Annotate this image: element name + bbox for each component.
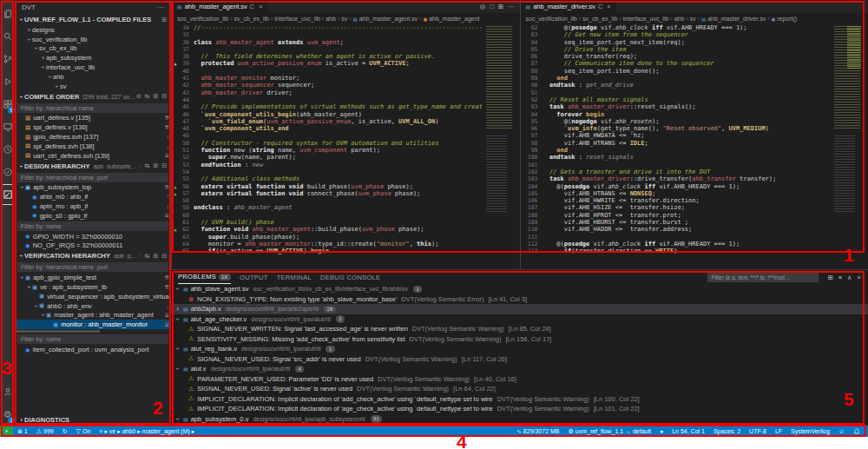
settings-icon[interactable]: ⚙1 bbox=[0, 403, 15, 426]
reorder-icon[interactable]: ↓ bbox=[167, 143, 169, 149]
code-line[interactable]: 49 bbox=[172, 132, 482, 139]
section-actions[interactable]: ◌ ⇆ ⊞ ⊟ bbox=[137, 162, 168, 169]
code-line[interactable]: 46 `uvm_component_utils_begin(ahb_master… bbox=[172, 111, 482, 118]
reorder-icon[interactable]: ↓ bbox=[167, 303, 169, 309]
reorder-icon[interactable]: ⇊ bbox=[165, 212, 169, 219]
code-line[interactable]: 90 endtask : get_and_drive bbox=[521, 82, 831, 89]
list-item[interactable]: ◉GPIO_WIDTH = 32'h00000010 bbox=[15, 232, 171, 241]
run-trace-icon[interactable] bbox=[0, 138, 15, 161]
tree-item[interactable]: ◉apbi_mo : apb_if↓ bbox=[15, 201, 171, 211]
list-item[interactable]: ◉NO_OF_IRQS = 32'h00000011 bbox=[15, 241, 171, 251]
code-line[interactable]: ▲62 function void ahb_master_agent::buil… bbox=[172, 226, 482, 233]
compile-order-item[interactable]: ▤spi_defines.svh [138]↓ bbox=[15, 142, 171, 151]
list-item[interactable]: ◉item_collected_port : uvm_analysis_port bbox=[15, 345, 171, 354]
tree-item[interactable]: ›interface_uvc_lib bbox=[15, 63, 171, 72]
reorder-icon[interactable]: ↑ bbox=[167, 194, 169, 200]
tree-item[interactable]: ›▣apb_gpio_simple_test⇈ bbox=[15, 273, 171, 282]
panel-action-icon[interactable]: ∧ bbox=[847, 274, 852, 281]
smiley-status-item[interactable]: ☺ bbox=[834, 426, 849, 437]
reorder-icon[interactable]: ↓ bbox=[167, 203, 169, 209]
breadcrumb-item[interactable]: soc_verification_lib bbox=[526, 16, 577, 22]
code-line[interactable]: 112 @(posedge vif.ahb_clock iff vif.AHB_… bbox=[521, 241, 831, 248]
filter-input[interactable]: Filter by: hierarchical name .port bbox=[17, 262, 168, 272]
editor-actions[interactable]: ◎□⊞⋯ bbox=[480, 0, 520, 13]
code-line[interactable]: 50 // Constructor - required syntax for … bbox=[172, 140, 482, 147]
tree-item[interactable]: ›sv_cb_ex_lib bbox=[15, 44, 171, 54]
breadcrumb-item[interactable]: ◉ ahb_master_agent bbox=[423, 16, 479, 22]
breadcrumb-item[interactable]: sv bbox=[341, 16, 347, 22]
section-header-design-hierarchy[interactable]: ›DESIGN HIERARCHYapb_subsystem_t…◌ ⇆ ⊞ ⊟ bbox=[15, 161, 171, 172]
code-line[interactable]: 47 `uvm_field_enum(uvm_active_passive_en… bbox=[172, 118, 482, 125]
bell-status-item[interactable] bbox=[849, 426, 865, 437]
code-line[interactable]: 35 bbox=[172, 31, 482, 38]
reorder-icon[interactable]: ⇈ bbox=[165, 124, 169, 131]
code-line[interactable]: 87 // Communicate item done to the seque… bbox=[521, 60, 831, 67]
breadcrumb-item[interactable]: ▤ ahb_master_driver.sv bbox=[701, 16, 766, 22]
reorder-icon[interactable]: ⇊ bbox=[165, 312, 169, 319]
problem-file-row[interactable]: ›▤alut.vdesigns/socv/rtl/rtl_lpw/alut/rt… bbox=[171, 364, 868, 374]
panel-tab-output[interactable]: OUTPUT bbox=[240, 270, 268, 284]
code-line[interactable]: 51 function new (string name, uvm_compon… bbox=[172, 147, 482, 154]
funnel-status-item[interactable]: ▽On bbox=[72, 426, 95, 437]
reorder-icon[interactable]: ⇈ bbox=[165, 274, 169, 281]
code-line[interactable]: 41 ahb_master_monitor monitor; bbox=[172, 75, 482, 82]
graph-status-item[interactable]: ∿829/3072 MB bbox=[512, 426, 564, 437]
panel-tab-terminal[interactable]: TERMINAL bbox=[277, 270, 312, 284]
refresh-status-item[interactable]: ↻ bbox=[58, 426, 72, 437]
editor-actions[interactable] bbox=[863, 0, 868, 13]
code-area[interactable]: 34//------------------------------------… bbox=[172, 24, 520, 269]
breadcrumb-item[interactable]: sv bbox=[690, 16, 696, 22]
problem-file-row[interactable]: ›▤apb_subsystem_0.vdesigns/socv/rtl/rtl_… bbox=[171, 414, 868, 425]
panel-tab-debug-console[interactable]: DEBUG CONSOLE bbox=[320, 270, 380, 284]
verify-checks-icon[interactable] bbox=[0, 161, 15, 183]
code-line[interactable]: 45 // Provide implementations of virtual… bbox=[172, 103, 482, 110]
code-line[interactable]: 48 `uvm_component_utils_end bbox=[172, 125, 482, 132]
close-icon[interactable]: × bbox=[259, 3, 262, 10]
section-header-diagnostics[interactable]: ›DIAGNOSTICS bbox=[15, 414, 171, 426]
problem-row[interactable]: ⚠IMPLICIT_DECLARATION: Implicit declarat… bbox=[171, 394, 868, 405]
compile-order-item[interactable]: ▤spi_defines.v [136]⇈ bbox=[15, 122, 171, 132]
code-line[interactable]: 98 vif.AHB_HTRANS <= IDLE; bbox=[521, 140, 831, 147]
reorder-icon[interactable]: ⇊ bbox=[165, 152, 169, 159]
breadcrumb-item[interactable]: soc_verification_lib bbox=[177, 16, 228, 22]
compile-order-item[interactable]: ▤uart_defines.v [135]⇈ bbox=[15, 114, 171, 123]
code-line[interactable]: 113 if(transfer.direction == WRITE) bbox=[521, 248, 831, 254]
problem-row[interactable]: ⚠IMPLICIT_DECLARATION: Implicit declarat… bbox=[171, 404, 868, 414]
gear-status-item[interactable]: ⚙uvm_ref_flow_1.1 → default bbox=[564, 426, 655, 437]
tree-item[interactable]: ›▣ahb0 : ahb_env↓ bbox=[15, 301, 171, 311]
reorder-icon[interactable]: ↑ bbox=[167, 134, 169, 140]
compile-order-item[interactable]: ▤uart_ctrl_defines.svh [139]⇊ bbox=[15, 151, 171, 161]
extensions-icon[interactable]: 5 bbox=[0, 93, 15, 116]
tree-item[interactable]: ›▣master_agent : ahb_master_agent⇊ bbox=[15, 311, 171, 320]
code-line[interactable]: 103 task ahb_master_driver::drive_transf… bbox=[521, 175, 831, 182]
code-line[interactable]: 108 vif.AHB_HPROT <= transfer.prot; bbox=[521, 212, 831, 219]
tree-item[interactable]: ›sv bbox=[15, 82, 171, 91]
problem-file-row[interactable]: ›▤ahb_slave_agent.svsoc_verification_lib… bbox=[171, 284, 868, 294]
code-line[interactable]: 107 vif.AHB_HSIZE <= transfer.hsize; bbox=[521, 204, 831, 211]
code-line[interactable]: 96 `uvm_info(get_type_name(), "Reset obs… bbox=[521, 125, 831, 132]
filter-input[interactable]: Filter by: hierarchical name .port bbox=[17, 173, 168, 182]
code-line[interactable]: 109 vif.AHB_HBURST <= transfer.burst ; bbox=[521, 219, 831, 226]
code-line[interactable]: 89 end bbox=[521, 75, 831, 82]
code-line[interactable]: 64 monitor = ahb_master_monitor::type_id… bbox=[172, 241, 482, 248]
close-icon[interactable]: × bbox=[607, 3, 610, 10]
status-item[interactable]: Ln 54, Col 1 bbox=[667, 426, 709, 437]
code-line[interactable]: 97 vif.AHB_HWDATA <= 'hz; bbox=[521, 132, 831, 139]
problem-row[interactable]: ⚠SIGNAL_NEVER_WRITTEN: Signal 'last_acce… bbox=[171, 324, 868, 334]
status-item[interactable]: Spaces: 2 bbox=[709, 426, 745, 437]
code-line[interactable]: 85 // Drive the item bbox=[521, 46, 831, 53]
breadcrumb-item[interactable]: interface_uvc_lib bbox=[274, 16, 320, 22]
problem-file-row[interactable]: ›▤alut_reg_bank.vdesigns/socv/rtl/rtl_lp… bbox=[171, 344, 868, 354]
explorer-icon[interactable] bbox=[0, 3, 15, 25]
code-line[interactable]: 55 // Additional class methods bbox=[172, 175, 482, 182]
code-line[interactable]: 63 super.build_phase(phase); bbox=[172, 234, 482, 241]
code-line[interactable]: 58 bbox=[172, 197, 482, 204]
code-line[interactable]: 110 vif.AHB_HADDR <= transfer.address; bbox=[521, 226, 831, 233]
code-line[interactable]: ▲57 extern virtual function void connect… bbox=[172, 190, 482, 197]
code-line[interactable]: 86 drive_transfer(req); bbox=[521, 53, 831, 60]
source-control-icon[interactable] bbox=[0, 48, 15, 70]
problem-row[interactable]: ⚠SENSITIVITY_MISSING: Missing 'add_check… bbox=[171, 334, 868, 345]
tree-item[interactable]: ›apb_subsystem bbox=[15, 53, 171, 63]
code-line[interactable]: 88 seq_item_port.item_done(); bbox=[521, 68, 831, 75]
minimap[interactable] bbox=[832, 24, 868, 269]
